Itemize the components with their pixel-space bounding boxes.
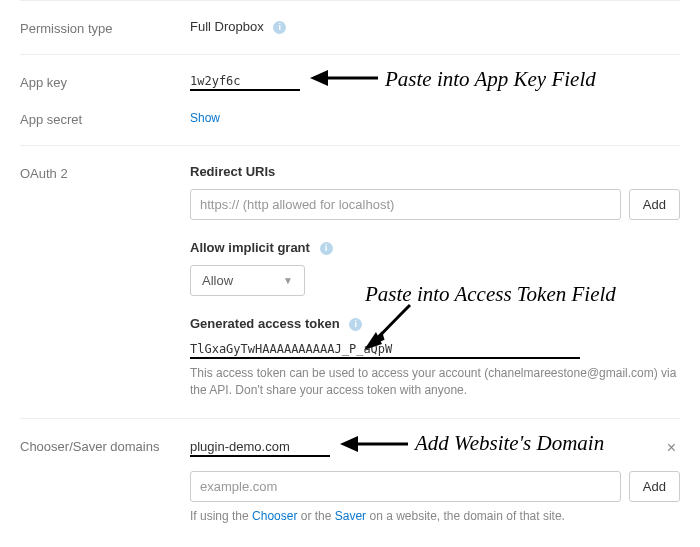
title-implicit-grant: Allow implicit grant i [190, 240, 680, 255]
domain-value: plugin-demo.com [190, 439, 330, 457]
block-redirect-uris: Redirect URIs Add [190, 164, 680, 220]
domain-input-row: Add [190, 471, 680, 502]
row-oauth2: OAuth 2 Redirect URIs Add Allow implicit… [20, 145, 680, 418]
implicit-title-text: Allow implicit grant [190, 240, 310, 255]
label-col-credentials: App key App secret [20, 73, 190, 127]
domain-input[interactable] [190, 471, 621, 502]
block-access-token: Generated access token i TlGxaGyTwHAAAAA… [190, 316, 680, 400]
content-chooser-domains: plugin-demo.com × Add Website's Domain A… [190, 437, 680, 525]
arrow-icon [310, 67, 380, 89]
permission-type-text: Full Dropbox [190, 19, 264, 34]
block-implicit-grant: Allow implicit grant i Allow ▼ Paste int… [190, 240, 680, 296]
saver-link[interactable]: Saver [335, 509, 366, 523]
access-token-value: TlGxaGyTwHAAAAAAAAAAJ_P_aQpW [190, 342, 580, 359]
chooser-link[interactable]: Chooser [252, 509, 297, 523]
remove-domain-button[interactable]: × [663, 439, 680, 457]
add-domain-button[interactable]: Add [629, 471, 680, 502]
access-token-help: This access token can be used to access … [190, 365, 680, 400]
redirect-input-row: Add [190, 189, 680, 220]
label-app-key: App key [20, 75, 190, 90]
help-prefix: If using the [190, 509, 252, 523]
label-oauth2: OAuth 2 [20, 164, 190, 400]
value-permission-type: Full Dropbox i [190, 19, 680, 36]
chevron-down-icon: ▼ [283, 275, 293, 286]
chooser-help: If using the Chooser or the Saver on a w… [190, 508, 680, 525]
token-title-text: Generated access token [190, 316, 340, 331]
info-icon[interactable]: i [320, 242, 333, 255]
redirect-uri-input[interactable] [190, 189, 621, 220]
help-mid: or the [297, 509, 334, 523]
implicit-grant-select[interactable]: Allow ▼ [190, 265, 305, 296]
label-app-secret: App secret [20, 112, 190, 127]
label-chooser-domains: Chooser/Saver domains [20, 437, 190, 525]
content-credentials: 1w2yf6c Paste into App Key Field Show [190, 73, 680, 127]
svg-marker-1 [310, 70, 328, 86]
label-permission-type: Permission type [20, 19, 190, 36]
add-redirect-button[interactable]: Add [629, 189, 680, 220]
implicit-grant-value: Allow [202, 273, 233, 288]
domain-entry: plugin-demo.com × [190, 437, 680, 465]
row-chooser-domains: Chooser/Saver domains plugin-demo.com × … [20, 418, 680, 543]
help-suffix: on a website, the domain of that site. [366, 509, 565, 523]
show-secret-link[interactable]: Show [190, 111, 220, 125]
app-key-value: 1w2yf6c [190, 74, 300, 91]
info-icon[interactable]: i [273, 21, 286, 34]
annotation-app-key: Paste into App Key Field [385, 67, 596, 92]
row-app-credentials: App key App secret 1w2yf6c Paste into Ap… [20, 54, 680, 145]
info-icon[interactable]: i [349, 318, 362, 331]
title-redirect-uris: Redirect URIs [190, 164, 680, 179]
annotation-token: Paste into Access Token Field [365, 282, 616, 307]
row-permission-type: Permission type Full Dropbox i [20, 0, 680, 54]
title-access-token: Generated access token i [190, 316, 680, 331]
content-oauth2: Redirect URIs Add Allow implicit grant i… [190, 164, 680, 400]
